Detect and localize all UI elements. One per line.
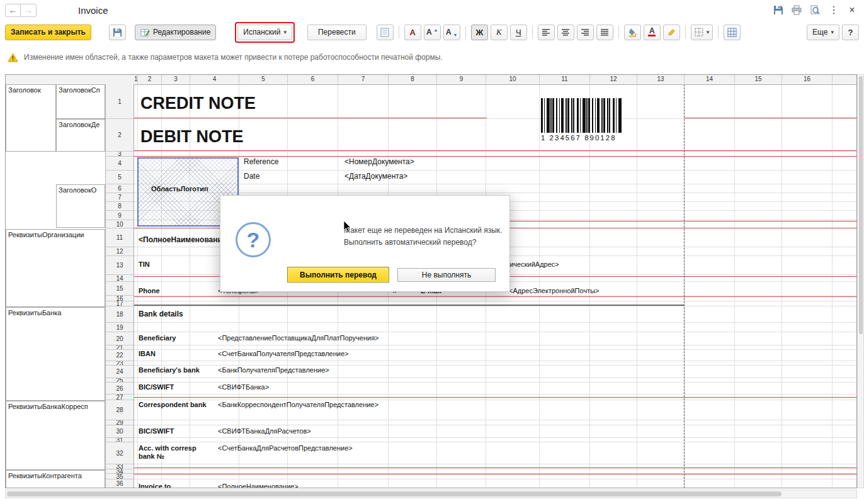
row-header-18[interactable]: 18 — [106, 306, 134, 323]
row-header-5[interactable]: 5 — [106, 171, 134, 184]
column-header-4[interactable]: 4 — [190, 75, 239, 84]
borders-dropdown[interactable]: ▾ — [691, 25, 713, 40]
sheet-cell[interactable]: <ПолноеНаименование> — [218, 483, 298, 488]
sheet-cell[interactable]: BIC/SWIFT — [139, 383, 174, 391]
save-icon-button[interactable] — [772, 3, 786, 17]
column-header-2[interactable]: 2 — [138, 75, 162, 84]
row-header-13[interactable]: 13 — [106, 256, 134, 275]
row-header-1[interactable]: 1 — [106, 84, 134, 119]
row-header-35[interactable]: 35 — [106, 474, 134, 479]
sheet-cell[interactable]: TIN — [139, 260, 150, 269]
row-header-27[interactable]: 27 — [106, 395, 134, 400]
vertical-scrollbar-thumb[interactable] — [859, 76, 863, 334]
row-header-12[interactable]: 12 — [106, 247, 134, 256]
column-header-12[interactable]: 12 — [590, 75, 637, 84]
font-size-decrease-button[interactable]: А▼ — [443, 25, 460, 40]
print-icon-button[interactable] — [790, 3, 804, 17]
row-header-36[interactable]: 36 — [106, 479, 134, 488]
row-header-31[interactable]: 31 — [106, 438, 134, 442]
column-header-10[interactable]: 10 — [486, 75, 540, 84]
row-header-14[interactable]: 14 — [106, 275, 134, 282]
horizontal-scrollbar[interactable] — [5, 490, 857, 498]
row-header-15[interactable]: 15 — [106, 282, 134, 296]
bold-button[interactable]: Ж — [471, 25, 488, 40]
layout-properties-button[interactable] — [377, 25, 394, 40]
column-header-15[interactable]: 15 — [735, 75, 782, 84]
sheet-cell[interactable]: Correspondent bank — [139, 401, 213, 409]
row-header-33[interactable]: 33 — [106, 464, 134, 469]
back-button[interactable]: ← — [5, 4, 21, 17]
align-justify-button[interactable] — [596, 25, 613, 40]
sheet-cell[interactable]: IBAN — [139, 350, 156, 358]
font-size-increase-button[interactable]: А▲ — [424, 25, 441, 40]
sheet-cell[interactable]: <АдресЭлектроннойПочты> — [509, 287, 600, 295]
sheet-cell[interactable]: <НомерДокумента> — [344, 158, 414, 167]
row-header-20[interactable]: 20 — [106, 332, 134, 345]
italic-button[interactable]: К — [491, 25, 508, 40]
row-header-17[interactable]: 17 — [106, 301, 134, 306]
row-header-28[interactable]: 28 — [106, 400, 134, 420]
row-header-3[interactable]: 3 — [106, 152, 134, 157]
column-header-6[interactable]: 6 — [288, 75, 338, 84]
sheet-cell[interactable]: ОбластьЛоготип — [151, 185, 208, 193]
sheet-cell[interactable]: <СчетБанкаДляРасчетовПредставление> — [218, 444, 353, 452]
underline-button[interactable]: Ч — [510, 25, 527, 40]
row-header-7[interactable]: 7 — [106, 193, 134, 202]
cancel-translate-button[interactable]: Не выполнять — [397, 268, 496, 282]
horizontal-scrollbar-thumb[interactable] — [7, 491, 782, 496]
column-header-5[interactable]: 5 — [239, 75, 288, 84]
align-center-button[interactable] — [557, 25, 574, 40]
column-header-3[interactable]: 3 — [162, 75, 190, 84]
font-button[interactable]: А — [404, 25, 421, 40]
translate-button[interactable]: Перевести — [307, 25, 367, 40]
column-header-7[interactable]: 7 — [338, 75, 389, 84]
row-header-30[interactable]: 30 — [106, 425, 134, 438]
language-dropdown[interactable]: Испанский ▾ — [237, 25, 292, 40]
sheet-cell[interactable]: <ПредставлениеПоставщикаДляПлатПоручения… — [218, 334, 379, 342]
sheet-cell[interactable]: <СчетБанкаПолучателяПредставление> — [218, 350, 348, 358]
sheet-cell[interactable]: Phone — [139, 287, 160, 295]
row-header-4[interactable]: 4 — [106, 157, 134, 171]
forward-button[interactable]: → — [21, 4, 37, 17]
sheet-cell[interactable]: Invoice to — [139, 483, 171, 488]
fill-color-button[interactable] — [624, 25, 641, 40]
row-header-6[interactable]: 6 — [106, 184, 134, 193]
align-right-button[interactable] — [577, 25, 594, 40]
save-button[interactable] — [109, 25, 126, 40]
row-header-23[interactable]: 23 — [106, 361, 134, 366]
row-header-11[interactable]: 11 — [106, 228, 134, 247]
row-header-29[interactable]: 29 — [106, 420, 134, 425]
menu-icon-button[interactable]: ⋮ — [827, 3, 841, 17]
sheet-cell[interactable]: Acc. with corresp bank № — [139, 444, 213, 461]
close-icon-button[interactable]: × — [845, 3, 859, 17]
sheet-cell[interactable]: <ДатаДокумента> — [344, 172, 407, 181]
column-header-8[interactable]: 8 — [389, 75, 437, 84]
sheet-cell[interactable]: <СВИФТБанкаДляРасчетов> — [218, 427, 311, 435]
column-header-14[interactable]: 14 — [685, 75, 735, 84]
help-button[interactable]: ? — [842, 25, 859, 40]
row-header-2[interactable]: 2 — [106, 119, 134, 152]
sheet-cell[interactable]: BIC/SWIFT — [139, 427, 174, 435]
sheet-cell[interactable]: CREDIT NOTE — [140, 94, 256, 113]
sheet-cell[interactable]: <ПолноеНаименование> — [139, 236, 231, 245]
row-header-9[interactable]: 9 — [106, 211, 134, 220]
row-header-32[interactable]: 32 — [106, 442, 134, 464]
column-header-11[interactable]: 11 — [540, 75, 590, 84]
sheet-cell[interactable]: <БанкПолучателяПредставление> — [218, 366, 329, 374]
font-color-button[interactable]: А — [644, 25, 661, 40]
sheet-cell[interactable]: Date — [244, 172, 259, 181]
more-dropdown[interactable]: Еще ▾ — [807, 25, 839, 40]
column-header-13[interactable]: 13 — [637, 75, 685, 84]
sheet-cell[interactable]: Bank details — [139, 310, 183, 319]
sheet-cell[interactable]: Beneficiary — [139, 334, 176, 342]
row-header-8[interactable]: 8 — [106, 202, 134, 211]
row-header-21[interactable]: 21 — [106, 345, 134, 350]
sheet-cell[interactable]: Reference — [244, 158, 278, 167]
column-header-9[interactable]: 9 — [437, 75, 486, 84]
row-header-16[interactable]: 16 — [106, 296, 134, 301]
row-header-22[interactable]: 22 — [106, 350, 134, 361]
row-header-25[interactable]: 25 — [106, 378, 134, 383]
sheet-cell[interactable]: <БанкКорреспондентПолучателяПредставлени… — [218, 401, 378, 409]
highlight-button[interactable] — [663, 25, 680, 40]
confirm-translate-button[interactable]: Выполнить перевод — [287, 267, 389, 283]
